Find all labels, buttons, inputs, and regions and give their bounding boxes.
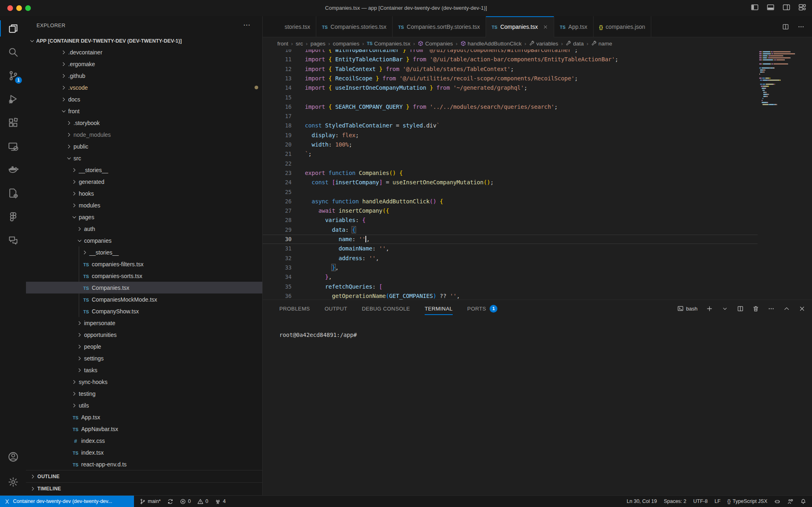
breadcrumb-item-variables[interactable]: variables bbox=[529, 41, 558, 47]
activity-bar-item-accounts[interactable] bbox=[0, 445, 26, 468]
code-line-29[interactable]: 29 data: { bbox=[263, 225, 758, 235]
activity-bar-item-search[interactable] bbox=[0, 41, 26, 63]
code-line-24[interactable]: 24 const [insertCompany] = useInsertOneC… bbox=[263, 178, 758, 187]
status-notifications[interactable] bbox=[800, 498, 806, 505]
code-line-25[interactable]: 25 bbox=[263, 188, 758, 197]
more-editor-actions-button[interactable] bbox=[797, 23, 805, 30]
tab-stories-tsx[interactable]: stories.tsx bbox=[263, 16, 316, 37]
code-line-16[interactable]: 16import { SEARCH_COMPANY_QUERY } from '… bbox=[263, 102, 758, 112]
code-line-33[interactable]: 33 }, bbox=[263, 263, 758, 272]
tree-folder-storybook[interactable]: .storybook bbox=[26, 117, 262, 129]
status-language-mode[interactable]: {}TypeScript JSX bbox=[728, 498, 767, 504]
line-number[interactable]: 34 bbox=[263, 272, 292, 282]
line-number[interactable]: 28 bbox=[263, 216, 292, 225]
activity-bar-item-docker[interactable] bbox=[0, 158, 26, 181]
line-number[interactable]: 14 bbox=[263, 83, 292, 93]
tree-folder-stories[interactable]: __stories__ bbox=[26, 246, 262, 258]
code-line-13[interactable]: 13import { RecoilScope } from '@/ui/util… bbox=[263, 74, 758, 83]
tree-folder-auth[interactable]: auth bbox=[26, 223, 262, 235]
close-panel-button[interactable] bbox=[799, 305, 806, 312]
line-number[interactable]: 26 bbox=[263, 197, 292, 206]
code-line-31[interactable]: 31 domainName: '', bbox=[263, 244, 758, 253]
terminal-prompt[interactable]: root@0a42ecd84891:/app# bbox=[279, 332, 357, 338]
activity-bar-item-extensions[interactable] bbox=[0, 111, 26, 134]
tab-companies-stories-tsx[interactable]: TSCompanies.stories.tsx bbox=[316, 16, 393, 37]
code-line-26[interactable]: 26 async function handleAddButtonClick()… bbox=[263, 197, 758, 206]
activity-bar-item-source-control[interactable]: 1 bbox=[0, 64, 26, 87]
code-line-23[interactable]: 23export function Companies() { bbox=[263, 168, 758, 178]
tree-folder-ergomake[interactable]: .ergomake bbox=[26, 58, 262, 70]
breadcrumb-item-data[interactable]: data bbox=[566, 41, 583, 47]
tree-folder-opportunities[interactable]: opportunities bbox=[26, 329, 262, 341]
tree-file-companiesmockmode-tsx[interactable]: TSCompaniesMockMode.tsx bbox=[26, 293, 262, 305]
line-number[interactable]: 13 bbox=[263, 74, 292, 83]
close-icon[interactable] bbox=[543, 24, 548, 30]
line-number[interactable]: 16 bbox=[263, 102, 292, 112]
code-line-36[interactable]: 36 getOperationName(GET_COMPANIES) ?? ''… bbox=[263, 291, 758, 300]
breadcrumb-item-companies[interactable]: companies bbox=[333, 41, 359, 47]
activity-bar-item-remote-explorer[interactable] bbox=[0, 135, 26, 157]
tree-file-app-tsx[interactable]: TSApp.tsx bbox=[26, 411, 262, 423]
code-line-15[interactable]: 15 bbox=[263, 93, 758, 102]
code-line-22[interactable]: 22 bbox=[263, 159, 758, 168]
status-git-branch[interactable]: main* bbox=[140, 498, 161, 505]
line-number[interactable]: 12 bbox=[263, 65, 292, 74]
code-line-12[interactable]: 12import { TableContext } from '@/ui/tab… bbox=[263, 65, 758, 74]
toggle-primary-sidebar-button[interactable] bbox=[751, 3, 759, 11]
new-terminal-button[interactable] bbox=[706, 305, 713, 312]
activity-bar-item-settings[interactable] bbox=[0, 470, 26, 493]
status-indentation[interactable]: Spaces: 2 bbox=[664, 498, 687, 504]
tree-file-appnavbar-tsx[interactable]: TSAppNavbar.tsx bbox=[26, 423, 262, 435]
tree-folder-impersonate[interactable]: impersonate bbox=[26, 317, 262, 329]
breadcrumb-item-pages[interactable]: pages bbox=[311, 41, 326, 47]
code-line-27[interactable]: 27 await insertCompany({ bbox=[263, 206, 758, 216]
sidebar-section-timeline[interactable]: TIMELINE bbox=[26, 482, 262, 495]
breadcrumb-item-src[interactable]: src bbox=[296, 41, 303, 47]
line-number[interactable]: 21 bbox=[263, 149, 292, 159]
tree-folder-github[interactable]: .github bbox=[26, 70, 262, 82]
panel-tab-debug-console[interactable]: DEBUG CONSOLE bbox=[362, 300, 410, 317]
tree-folder-testing[interactable]: testing bbox=[26, 388, 262, 399]
line-number[interactable]: 24 bbox=[263, 178, 292, 187]
tree-file-companyshow-tsx[interactable]: TSCompanyShow.tsx bbox=[26, 305, 262, 317]
tree-folder-front[interactable]: front bbox=[26, 105, 262, 117]
tab-companies-tsx[interactable]: TSCompanies.tsx bbox=[486, 16, 554, 37]
code-line-20[interactable]: 20 width: 100%; bbox=[263, 140, 758, 149]
more-terminal-actions-button[interactable] bbox=[768, 305, 775, 312]
terminal-shell-selector[interactable]: bash bbox=[677, 305, 698, 312]
code-line-19[interactable]: 19 display: flex; bbox=[263, 131, 758, 140]
tree-file-index-css[interactable]: #index.css bbox=[26, 435, 262, 447]
code-line-30[interactable]: 30 name: '', bbox=[263, 235, 758, 244]
status-feedback[interactable] bbox=[787, 498, 793, 505]
split-terminal-button[interactable] bbox=[737, 305, 744, 312]
code-line-11[interactable]: 11import { EntityTableActionBar } from '… bbox=[263, 55, 758, 64]
sidebar-section-outline[interactable]: OUTLINE bbox=[26, 470, 262, 483]
code-line-18[interactable]: 18const StyledTableContainer = styled.di… bbox=[263, 121, 758, 130]
tree-folder-utils[interactable]: utils bbox=[26, 399, 262, 411]
panel-tab-problems[interactable]: PROBLEMS bbox=[279, 300, 310, 317]
status-warnings[interactable]: 0 bbox=[197, 498, 208, 505]
status-encoding[interactable]: UTF-8 bbox=[693, 498, 708, 504]
line-number[interactable]: 36 bbox=[263, 291, 292, 300]
toggle-panel-button[interactable] bbox=[767, 3, 775, 11]
breadcrumb-item-handleaddbuttonclick[interactable]: handleAddButtonClick bbox=[460, 41, 522, 47]
code-editor[interactable]: 10import { WithTopBarContainer } from '@… bbox=[263, 50, 758, 300]
tree-folder-modules[interactable]: modules bbox=[26, 199, 262, 211]
line-number[interactable]: 18 bbox=[263, 121, 292, 130]
code-line-34[interactable]: 34 }, bbox=[263, 272, 758, 282]
code-line-32[interactable]: 32 address: '', bbox=[263, 254, 758, 263]
kill-terminal-button[interactable] bbox=[752, 305, 759, 312]
line-number[interactable]: 31 bbox=[263, 244, 292, 253]
code-line-14[interactable]: 14import { useInsertOneCompanyMutation }… bbox=[263, 83, 758, 93]
activity-bar-item-dev-containers[interactable] bbox=[0, 182, 26, 205]
code-line-28[interactable]: 28 variables: { bbox=[263, 216, 758, 225]
tree-file-companies-sorts-tsx[interactable]: TScompanies-sorts.tsx bbox=[26, 270, 262, 282]
remote-indicator[interactable]: Container dev-twenty-dev (dev-twenty-dev… bbox=[0, 496, 134, 507]
panel-tab-terminal[interactable]: TERMINAL bbox=[425, 300, 453, 317]
line-number[interactable]: 11 bbox=[263, 55, 292, 64]
tree-folder-companies[interactable]: companies bbox=[26, 235, 262, 246]
explorer-more-actions-button[interactable]: ⋯ bbox=[243, 16, 250, 35]
maximize-panel-button[interactable] bbox=[783, 305, 790, 312]
line-number[interactable]: 29 bbox=[263, 225, 292, 235]
code-line-17[interactable]: 17 bbox=[263, 112, 758, 121]
